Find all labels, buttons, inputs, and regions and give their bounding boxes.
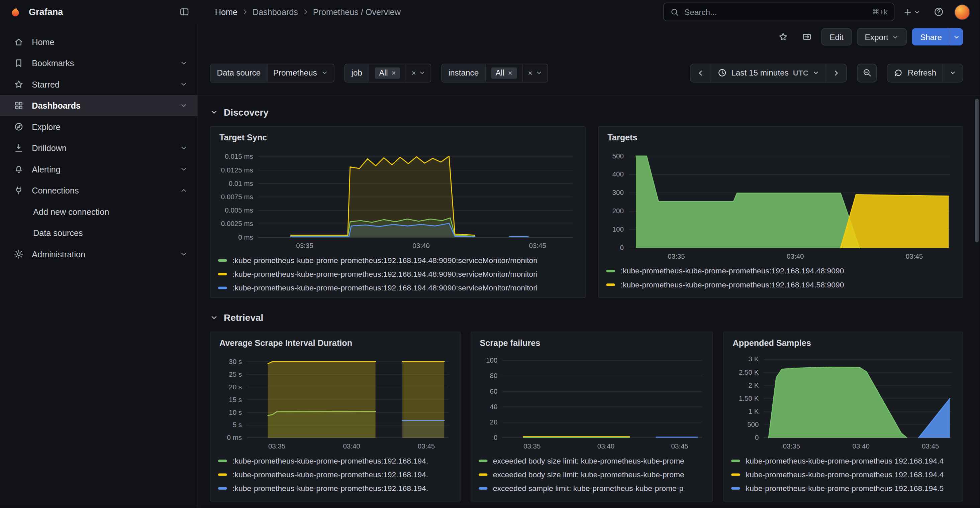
svg-text:0.01 ms: 0.01 ms	[229, 179, 253, 187]
svg-text:0: 0	[620, 244, 624, 251]
chevron-down-icon	[419, 69, 426, 76]
targets-chart[interactable]: 010020030040050003:3503:4003:45	[606, 146, 955, 262]
selected-value-chip[interactable]: All ×	[492, 67, 517, 79]
zoom-out-button[interactable]	[857, 64, 877, 82]
clear-icon[interactable]: ×	[411, 69, 416, 76]
search-input[interactable]: Search... ⌘+k	[663, 2, 894, 21]
svg-text:25 s: 25 s	[229, 370, 242, 378]
legend-item[interactable]: :kube-prometheus-kube-prome-prometheus:1…	[218, 254, 577, 267]
panel-target-sync: Target Sync 0 ms0.0025 ms0.005 ms0.0075 …	[210, 126, 585, 298]
edit-button[interactable]: Edit	[821, 28, 851, 46]
selected-value-chip[interactable]: All ×	[375, 67, 400, 79]
job-picker[interactable]: All ×	[369, 64, 406, 81]
panel-appended-samples: Appended Samples 05001 K1.50 K2 K2.50 K3…	[724, 332, 963, 501]
clear-icon[interactable]: ×	[528, 69, 533, 76]
instance-picker[interactable]: All ×	[486, 64, 522, 81]
breadcrumb-home[interactable]: Home	[215, 7, 237, 16]
svg-text:300: 300	[612, 189, 624, 196]
legend-item[interactable]: exceeded body size limit: kube-prometheu…	[479, 468, 705, 482]
export-button[interactable]: Export	[857, 28, 907, 46]
section-title: Retrieval	[224, 312, 263, 322]
legend-item[interactable]: :kube-prometheus-kube-prome-prometheus:1…	[218, 468, 452, 482]
svg-text:40: 40	[490, 403, 497, 410]
avg-scrape-interval-chart[interactable]: 0 ms5 s10 s15 s20 s25 s30 s03:3503:4003:…	[218, 352, 452, 451]
bookmark-icon	[14, 58, 24, 68]
svg-text:10 s: 10 s	[229, 408, 242, 416]
new-button[interactable]	[901, 2, 923, 21]
breadcrumb-dashboards[interactable]: Dashboards	[253, 7, 298, 16]
retrieval-row: Average Scrape Interval Duration 0 ms5 s…	[210, 332, 963, 501]
legend-item[interactable]: kube-prometheus-kube-prome-prometheus 19…	[732, 454, 955, 468]
sidebar-item-add-new-connection[interactable]: Add new connection	[0, 201, 197, 222]
zoom-out-icon	[862, 68, 872, 78]
sidebar-item-home[interactable]: Home	[0, 31, 197, 52]
compass-icon	[14, 122, 24, 132]
help-button[interactable]	[929, 2, 948, 21]
svg-text:15 s: 15 s	[229, 396, 242, 403]
refresh-button[interactable]: Refresh	[888, 64, 943, 81]
chevron-up-icon	[180, 187, 187, 194]
star-icon	[14, 79, 24, 89]
grafana-logo[interactable]	[7, 2, 22, 21]
legend-item[interactable]: kube-prometheus-kube-prome-prometheus 19…	[732, 482, 955, 495]
clock-icon	[718, 68, 727, 78]
sidebar-item-data-sources[interactable]: Data sources	[0, 222, 197, 244]
legend-item[interactable]: exceeded sample limit: kube-prometheus-k…	[479, 482, 705, 495]
svg-text:100: 100	[612, 225, 624, 233]
svg-text:0: 0	[755, 433, 759, 441]
sidebar-item-alerting[interactable]: Alerting	[0, 159, 197, 180]
time-shift-forward-button[interactable]	[826, 64, 846, 81]
svg-text:500: 500	[612, 152, 624, 160]
job-clear-and-open[interactable]: ×	[406, 64, 431, 81]
sidebar-item-dashboards[interactable]: Dashboards	[0, 95, 197, 116]
scrollbar[interactable]	[975, 98, 978, 508]
refresh-icon	[894, 68, 904, 78]
chevron-down-icon	[180, 165, 187, 173]
series-color-marker	[732, 460, 740, 462]
target-sync-chart[interactable]: 0 ms0.0025 ms0.005 ms0.0075 ms0.01 ms0.0…	[218, 146, 577, 251]
target-sync-legend: :kube-prometheus-kube-prome-prometheus:1…	[218, 254, 577, 295]
favorite-star-button[interactable]	[774, 27, 793, 46]
remove-value-icon[interactable]: ×	[392, 69, 396, 76]
remove-value-icon[interactable]: ×	[508, 69, 512, 76]
time-range-picker[interactable]: Last 15 minutes UTC	[711, 64, 826, 81]
time-shift-back-button[interactable]	[691, 64, 711, 81]
instance-clear-and-open[interactable]: ×	[522, 64, 547, 81]
sidebar-toggle-button[interactable]	[175, 2, 194, 21]
refresh-interval-dropdown[interactable]	[943, 64, 963, 81]
series-color-marker	[218, 473, 227, 476]
svg-text:20 s: 20 s	[229, 383, 242, 391]
navigation-sidebar: Home Bookmarks Starred Dashboards	[0, 24, 198, 508]
variable-label: instance	[442, 64, 486, 81]
sidebar-item-administration[interactable]: Administration	[0, 244, 197, 265]
series-color-marker	[218, 259, 227, 261]
share-button[interactable]: Share	[912, 28, 950, 46]
data-source-picker[interactable]: Prometheus	[267, 64, 334, 81]
legend-item[interactable]: :kube-prometheus-kube-prome-prometheus:1…	[218, 267, 577, 281]
section-retrieval-toggle[interactable]: Retrieval	[210, 311, 264, 324]
legend-item[interactable]: :kube-prometheus-kube-prome-prometheus:1…	[606, 278, 955, 292]
chevron-down-icon	[180, 250, 187, 258]
svg-text:03:35: 03:35	[268, 442, 285, 450]
legend-item[interactable]: :kube-prometheus-kube-prome-prometheus:1…	[606, 264, 955, 278]
panel-layout-button[interactable]	[798, 27, 816, 46]
sidebar-item-explore[interactable]: Explore	[0, 116, 197, 138]
legend-item[interactable]: :kube-prometheus-kube-prome-prometheus:1…	[218, 281, 577, 295]
svg-text:500: 500	[748, 421, 759, 428]
legend-item[interactable]: kube-prometheus-kube-prome-prometheus 19…	[732, 468, 955, 482]
scrape-failures-chart[interactable]: 02040608010003:3503:4003:45	[479, 352, 705, 451]
section-discovery-toggle[interactable]: Discovery	[210, 105, 269, 119]
legend-item[interactable]: :kube-prometheus-kube-prome-prometheus:1…	[218, 482, 452, 495]
sidebar-item-connections[interactable]: Connections	[0, 180, 197, 201]
share-dropdown-button[interactable]	[949, 28, 963, 46]
svg-text:1.50 K: 1.50 K	[739, 394, 759, 402]
sidebar-item-drilldown[interactable]: Drilldown	[0, 137, 197, 159]
legend-item[interactable]: :kube-prometheus-kube-prome-prometheus:1…	[218, 454, 452, 468]
legend-item[interactable]: exceeded body size limit: kube-prometheu…	[479, 454, 705, 468]
appended-samples-chart[interactable]: 05001 K1.50 K2 K2.50 K3 K03:3503:4003:45	[732, 352, 955, 451]
user-avatar[interactable]	[954, 4, 970, 20]
sidebar-item-starred[interactable]: Starred	[0, 73, 197, 95]
sidebar-item-bookmarks[interactable]: Bookmarks	[0, 52, 197, 74]
svg-text:03:35: 03:35	[523, 442, 540, 450]
scrollbar-thumb[interactable]	[975, 98, 978, 242]
